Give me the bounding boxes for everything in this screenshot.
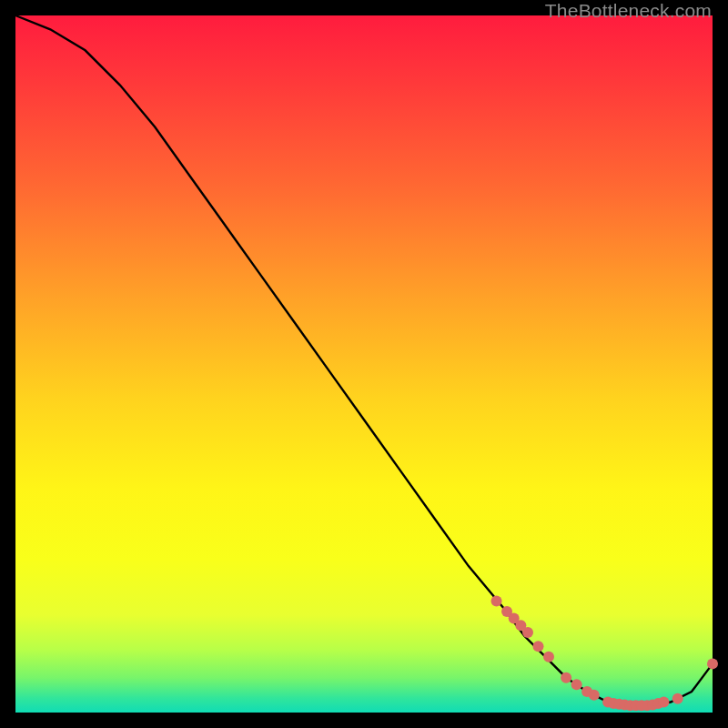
chart-marker [561, 672, 571, 683]
chart-marker [522, 627, 533, 638]
chart-marker [491, 595, 502, 606]
watermark-text: TheBottleneck.com [545, 0, 712, 22]
chart-container: TheBottleneck.com [0, 0, 728, 728]
chart-marker [571, 679, 582, 690]
chart-marker [658, 697, 669, 708]
chart-markers [491, 595, 718, 711]
chart-overlay [15, 15, 713, 713]
chart-marker [543, 652, 554, 662]
chart-marker [533, 641, 544, 652]
chart-marker [589, 690, 600, 701]
chart-curve [15, 15, 713, 705]
chart-marker [672, 693, 683, 704]
chart-marker [707, 658, 718, 669]
